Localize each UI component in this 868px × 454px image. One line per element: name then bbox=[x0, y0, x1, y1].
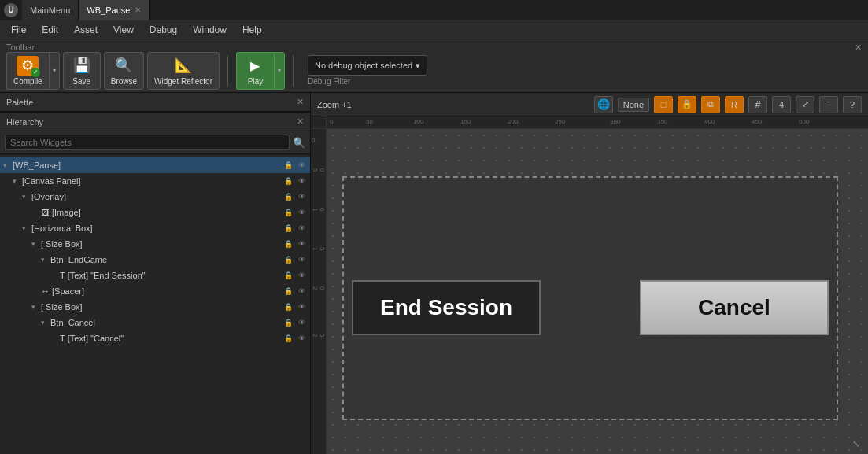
tree-eye-icon-image[interactable]: 👁 bbox=[296, 209, 307, 216]
tree-item-wb_pause[interactable]: ▾[WB_Pause]🔒👁 bbox=[0, 157, 310, 173]
tree-eye-icon-sizebox1[interactable]: 👁 bbox=[296, 240, 307, 248]
tree-arrow-wb_pause: ▾ bbox=[3, 161, 13, 169]
tree-lock-icon-image[interactable]: 🔒 bbox=[283, 209, 294, 216]
canvas-tool-rect[interactable]: □ bbox=[654, 96, 673, 113]
tab-mainmenu[interactable]: MainMenu bbox=[22, 0, 79, 20]
tree-label-spacer: [Spacer] bbox=[52, 286, 283, 296]
tree-lock-icon-sizebox1[interactable]: 🔒 bbox=[283, 240, 294, 248]
canvas-tool-lock[interactable]: 🔒 bbox=[678, 96, 696, 113]
tree-actions-btn_endgame: 🔒👁 bbox=[283, 256, 307, 264]
tree-item-spacer[interactable]: ↔[Spacer]🔒👁 bbox=[0, 283, 310, 299]
tree-actions-wb_pause: 🔒👁 bbox=[283, 161, 307, 169]
search-input[interactable] bbox=[5, 135, 290, 150]
tree-eye-icon-btn_endgame[interactable]: 👁 bbox=[296, 256, 307, 264]
browse-button[interactable]: 🔍 Browse bbox=[104, 52, 144, 90]
tree-eye-icon-canvas_panel[interactable]: 👁 bbox=[296, 177, 307, 185]
tree-item-btn_cancel[interactable]: ▾Btn_Cancel🔒👁 bbox=[0, 315, 310, 330]
tree-item-horizontal_box[interactable]: ▾[Horizontal Box]🔒👁 bbox=[0, 220, 310, 236]
search-icon[interactable]: 🔍 bbox=[293, 137, 305, 149]
tree-eye-icon-text_cancel[interactable]: 👁 bbox=[296, 334, 307, 342]
canvas-tool-globe[interactable]: 🌐 bbox=[594, 96, 613, 113]
btn-cancel-label: Cancel bbox=[698, 295, 770, 320]
menu-asset[interactable]: Asset bbox=[66, 23, 105, 37]
tree-item-text_cancel[interactable]: T[Text] "Cancel"🔒👁 bbox=[0, 330, 310, 346]
tree-eye-icon-spacer[interactable]: 👁 bbox=[296, 287, 307, 295]
save-button[interactable]: 💾 Save bbox=[63, 52, 101, 90]
tree-eye-icon-text_endsession[interactable]: 👁 bbox=[296, 271, 307, 279]
tree-lock-icon-text_cancel[interactable]: 🔒 bbox=[283, 334, 294, 342]
tree-lock-icon-spacer[interactable]: 🔒 bbox=[283, 287, 294, 295]
menu-debug[interactable]: Debug bbox=[142, 23, 185, 37]
ruler-tick-200: 200 bbox=[508, 118, 518, 125]
ruler-tick-0: 0 bbox=[330, 118, 333, 125]
canvas-tool-layers[interactable]: ⧉ bbox=[701, 96, 720, 113]
tree-lock-icon-overlay[interactable]: 🔒 bbox=[283, 193, 294, 201]
tree-item-image[interactable]: 🖼[Image]🔒👁 bbox=[0, 205, 310, 220]
tree-lock-icon-horizontal_box[interactable]: 🔒 bbox=[283, 224, 294, 232]
canvas-tool-minus[interactable]: − bbox=[819, 96, 838, 113]
play-dropdown-arrow[interactable]: ▾ bbox=[274, 52, 285, 90]
menu-file[interactable]: File bbox=[3, 23, 34, 37]
tree-item-text_endsession[interactable]: T[Text] "End Session"🔒👁 bbox=[0, 268, 310, 283]
tree-arrow-sizebox1: ▾ bbox=[31, 240, 41, 248]
ue-logo: U bbox=[0, 0, 22, 20]
canvas-tool-4[interactable]: 4 bbox=[772, 96, 791, 113]
ruler-tick-50: 50 bbox=[366, 118, 373, 125]
debug-dropdown-arrow-icon: ▾ bbox=[416, 61, 420, 71]
menu-view[interactable]: View bbox=[105, 23, 142, 37]
tree-lock-icon-btn_cancel[interactable]: 🔒 bbox=[283, 319, 294, 327]
save-icon: 💾 bbox=[71, 56, 93, 76]
canvas-tool-grid[interactable]: # bbox=[748, 96, 767, 113]
canvas-tool-arrows[interactable]: ⤢ bbox=[796, 96, 814, 113]
canvas-tool-question[interactable]: ? bbox=[843, 96, 862, 113]
ruler-tick-250: 250 bbox=[555, 118, 565, 125]
canvas-toolbar: Zoom +1 🌐 None □ 🔒 ⧉ R # 4 ⤢ − ? bbox=[311, 93, 868, 116]
toolbar-separator-2 bbox=[293, 55, 294, 87]
toolbar-close[interactable]: ✕ bbox=[855, 42, 862, 53]
btn-end-session[interactable]: End Session bbox=[352, 280, 541, 335]
play-icon bbox=[244, 56, 266, 76]
tree-eye-icon-btn_cancel[interactable]: 👁 bbox=[296, 319, 307, 327]
tree-item-btn_endgame[interactable]: ▾Btn_EndGame🔒👁 bbox=[0, 252, 310, 268]
ruler-left-250: 250 bbox=[312, 334, 327, 337]
tab-wb-pause[interactable]: WB_Pause ✕ bbox=[79, 0, 150, 20]
widget-reflector-button[interactable]: 📐 Widget Reflector bbox=[147, 52, 220, 90]
tab-wb-pause-close[interactable]: ✕ bbox=[135, 6, 141, 14]
menu-edit[interactable]: Edit bbox=[34, 23, 66, 37]
debug-object-label: No debug object selected bbox=[315, 61, 412, 70]
tree-lock-icon-sizebox2[interactable]: 🔒 bbox=[283, 303, 294, 311]
tree-arrow-canvas_panel: ▾ bbox=[13, 177, 22, 185]
tree-lock-icon-wb_pause[interactable]: 🔒 bbox=[283, 161, 294, 169]
compile-dropdown-arrow[interactable]: ▾ bbox=[49, 52, 60, 90]
canvas-tool-none[interactable]: None bbox=[618, 98, 649, 112]
tree-item-sizebox2[interactable]: ▾[ Size Box]🔒👁 bbox=[0, 299, 310, 315]
hierarchy-close[interactable]: ✕ bbox=[297, 116, 304, 127]
palette-title: Palette bbox=[6, 98, 33, 107]
resize-handle[interactable]: ⤡ bbox=[852, 438, 865, 451]
tree-lock-icon-text_endsession[interactable]: 🔒 bbox=[283, 271, 294, 279]
tree-eye-icon-horizontal_box[interactable]: 👁 bbox=[296, 224, 307, 232]
ruler-tick-400: 400 bbox=[704, 118, 715, 125]
ruler-tick-150: 150 bbox=[460, 118, 471, 125]
tree-actions-image: 🔒👁 bbox=[283, 209, 307, 216]
compile-button[interactable]: ✓ Compile bbox=[6, 52, 49, 90]
debug-object-dropdown[interactable]: No debug object selected ▾ bbox=[308, 55, 427, 76]
tree-eye-icon-overlay[interactable]: 👁 bbox=[296, 193, 307, 201]
btn-cancel[interactable]: Cancel bbox=[640, 280, 829, 335]
tree-item-overlay[interactable]: ▾[Overlay]🔒👁 bbox=[0, 189, 310, 205]
play-button[interactable]: Play bbox=[236, 52, 274, 90]
canvas-content[interactable]: End Session Cancel ⤡ bbox=[327, 129, 868, 454]
tree-eye-icon-sizebox2[interactable]: 👁 bbox=[296, 303, 307, 311]
tree-item-sizebox1[interactable]: ▾[ Size Box]🔒👁 bbox=[0, 236, 310, 252]
canvas-tool-r[interactable]: R bbox=[725, 96, 744, 113]
browse-label: Browse bbox=[111, 77, 137, 86]
tree-actions-text_endsession: 🔒👁 bbox=[283, 271, 307, 279]
palette-close[interactable]: ✕ bbox=[297, 97, 304, 107]
menu-window[interactable]: Window bbox=[185, 23, 235, 37]
tree-eye-icon-wb_pause[interactable]: 👁 bbox=[296, 161, 307, 169]
ruler-top: 0 50 100 150 200 250 300 350 400 450 500 bbox=[311, 116, 868, 129]
menu-help[interactable]: Help bbox=[235, 23, 270, 37]
tree-lock-icon-canvas_panel[interactable]: 🔒 bbox=[283, 177, 294, 185]
tree-item-canvas_panel[interactable]: ▾[Canvas Panel]🔒👁 bbox=[0, 173, 310, 189]
tree-lock-icon-btn_endgame[interactable]: 🔒 bbox=[283, 256, 294, 264]
